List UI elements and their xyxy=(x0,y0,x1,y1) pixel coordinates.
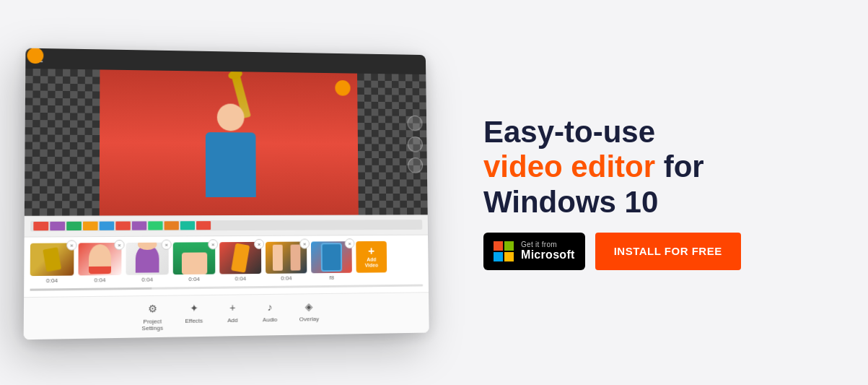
tool-label-audio: Audio xyxy=(263,316,277,322)
ms-square-blue xyxy=(494,252,503,261)
side-btn-1[interactable] xyxy=(407,115,422,131)
headline-line1: Easy-to-use xyxy=(483,115,825,150)
cta-buttons: Get it from Microsoft INSTALL FOR FREE xyxy=(483,233,825,270)
thumb-duration-4: 0:04 xyxy=(173,275,216,282)
gear-icon: ⚙ xyxy=(144,300,160,316)
install-button[interactable]: INSTALL FOR FREE xyxy=(595,233,741,270)
thumbnail-1[interactable]: × 0:04 xyxy=(30,243,74,284)
overlay-icon: ◈ xyxy=(301,298,317,314)
app-window: ☰ xyxy=(24,48,429,339)
video-preview xyxy=(25,68,428,215)
headline-line2: video editor for xyxy=(483,150,825,184)
thumb-close-5[interactable]: × xyxy=(254,238,264,248)
ms-square-green xyxy=(504,241,514,251)
thumb-close-6[interactable]: × xyxy=(299,238,310,248)
tool-audio[interactable]: ♪ Audio xyxy=(262,298,278,329)
thumbnails-row: × 0:04 × 0:04 xyxy=(30,241,424,284)
ms-brand-text: Microsoft xyxy=(521,248,575,261)
tool-add[interactable]: + Add xyxy=(224,299,240,330)
thumb-duration-5: 0:04 xyxy=(219,274,261,282)
ms-square-yellow xyxy=(504,252,514,261)
tool-label-add: Add xyxy=(227,316,237,323)
audio-icon: ♪ xyxy=(262,298,278,314)
add-video-button[interactable]: + AddVideo xyxy=(356,241,387,272)
thumbnail-strip: × 0:04 × 0:04 xyxy=(24,234,429,296)
thumb-duration-3: 0:04 xyxy=(126,276,168,283)
video-person xyxy=(100,69,359,215)
thumb-close-7[interactable]: × xyxy=(345,238,355,248)
app-screenshot: ☰ xyxy=(24,48,429,339)
tool-effects[interactable]: ✦ Effects xyxy=(185,300,203,331)
tool-label-settings: ProjectSettings xyxy=(142,318,164,332)
page-wrapper: ☰ xyxy=(0,0,868,385)
tool-label-overlay: Overlay xyxy=(299,316,319,322)
headline-black-part: for xyxy=(664,150,704,183)
thumbnail-2[interactable]: × 0:04 xyxy=(78,243,121,284)
checkerboard-left xyxy=(25,68,100,215)
thumb-close-2[interactable]: × xyxy=(114,239,124,249)
tool-overlay[interactable]: ◈ Overlay xyxy=(299,298,319,329)
side-controls xyxy=(407,115,423,173)
ms-get-text: Get it from xyxy=(521,241,575,248)
video-main xyxy=(100,69,359,215)
thumbnail-3[interactable]: × 0:04 xyxy=(126,242,168,282)
thumb-duration-7: f8 xyxy=(311,274,352,281)
thumb-duration-2: 0:04 xyxy=(78,276,121,283)
microsoft-badge[interactable]: Get it from Microsoft xyxy=(483,233,585,270)
thumb-close-3[interactable]: × xyxy=(162,239,172,249)
thumbnail-5[interactable]: × 0:04 xyxy=(219,241,261,282)
progress-bar xyxy=(30,284,424,290)
thumb-duration-6: 0:04 xyxy=(266,274,307,282)
ms-square-red xyxy=(494,241,503,251)
tool-project-settings[interactable]: ⚙ ProjectSettings xyxy=(142,300,164,331)
timeline-area xyxy=(25,215,428,236)
effects-icon: ✦ xyxy=(186,300,202,316)
thumbnail-6[interactable]: × 0:04 xyxy=(266,241,307,281)
headline: Easy-to-use video editor for Windows 10 xyxy=(483,115,825,220)
side-btn-2[interactable] xyxy=(408,136,423,152)
tool-label-effects: Effects xyxy=(185,317,203,324)
microsoft-text: Get it from Microsoft xyxy=(521,241,575,261)
progress-fill xyxy=(30,287,152,290)
thumbnail-4[interactable]: × 0:04 xyxy=(173,242,216,282)
microsoft-logo xyxy=(494,241,514,261)
timeline-handle[interactable] xyxy=(27,48,43,64)
add-icon: + xyxy=(224,299,240,316)
headline-orange-part: video editor xyxy=(483,150,655,183)
headline-line3: Windows 10 xyxy=(483,185,825,220)
thumbnail-7[interactable]: × f8 xyxy=(311,241,352,281)
thumb-close-4[interactable]: × xyxy=(208,239,218,249)
checkerboard-right xyxy=(357,73,428,215)
indicator-dot xyxy=(335,79,350,95)
right-content: Easy-to-use video editor for Windows 10 … xyxy=(433,115,825,270)
thumb-duration-1: 0:04 xyxy=(30,277,74,284)
thumb-close-1[interactable]: × xyxy=(66,240,77,250)
side-btn-3[interactable] xyxy=(408,157,423,173)
app-toolbar: ⚙ ProjectSettings ✦ Effects + Add ♪ Audi… xyxy=(24,292,429,339)
